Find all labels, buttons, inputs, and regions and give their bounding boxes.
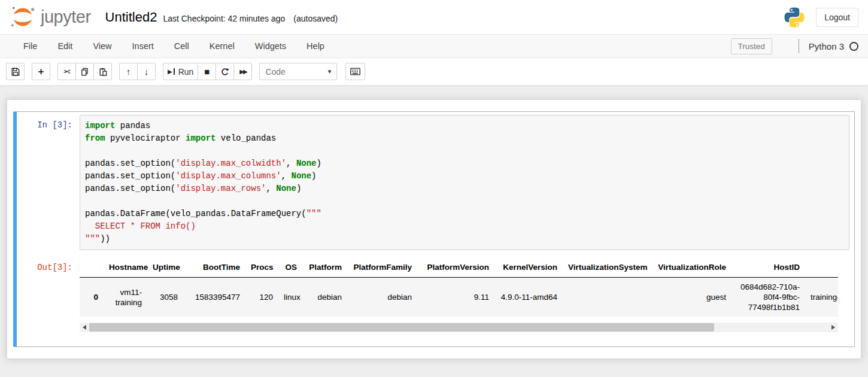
restart-run-all-button[interactable]: ▶▶ [233,63,252,80]
python-logo-icon [784,7,805,28]
table-cell: debian [302,278,347,317]
menu-item-cell[interactable]: Cell [164,35,199,57]
code-line: pandas.set_option('display.max_colwidth'… [85,157,844,170]
paste-button[interactable] [93,63,112,80]
menu-item-file[interactable]: File [13,35,47,57]
menu-item-insert[interactable]: Insert [122,35,164,57]
copy-button[interactable] [75,63,94,80]
code-editor[interactable]: import pandasfrom pyvelociraptor import … [80,115,849,250]
kernel-idle-icon [849,42,858,51]
logout-button[interactable]: Logout [816,8,858,27]
output-prompt: Out[3]: [20,257,80,332]
menubar-divider [799,39,799,53]
scissors-icon: ✂ [63,67,71,76]
chevron-down-icon: ▾ [328,68,332,75]
notebook-header: jupyter Untitled2 Last Checkpoint: 42 mi… [0,0,868,34]
table-cell: linux [278,278,302,317]
stop-icon: ■ [204,67,210,76]
jupyter-logo-text: jupyter [41,7,91,27]
table-column-header: Uptime [147,257,183,278]
restart-kernel-button[interactable] [216,63,234,80]
checkpoint-text: Last Checkpoint: 42 minutes ago [163,14,285,23]
table-column-header: KernelVersion [494,257,563,278]
interrupt-kernel-button[interactable]: ■ [198,63,216,80]
menu-list: FileEditViewInsertCellKernelWidgetsHelp [13,35,335,57]
table-column-header [805,257,838,278]
table-column-header: Hostname [104,257,147,278]
step-forward-icon: ▶ [168,68,172,75]
run-button[interactable]: ▶ Run [163,63,198,80]
cell-type-dropdown[interactable]: Code ▾ [259,63,337,80]
save-icon [11,68,20,76]
table-cell: 0684d682-710a-80f4-9fbc-77498f1b1b81 [732,278,805,317]
table-cell: debian [347,278,417,317]
table-column-header: HostID [732,257,805,278]
scroll-left-icon [83,325,86,330]
table-column-header: Platform [302,257,347,278]
table-cell: guest [652,278,732,317]
code-line: pandas.DataFrame(velo_pandas.DataFrameQu… [85,208,844,220]
insert-cell-button[interactable]: + [32,63,50,80]
scroll-right-icon [831,325,835,330]
menu-item-kernel[interactable]: Kernel [199,35,245,57]
cut-button[interactable]: ✂ [57,63,76,80]
command-palette-button[interactable] [345,63,365,80]
input-prompt: In [3]: [20,115,80,250]
table-column-header: BootTime [183,257,245,278]
move-cell-up-button[interactable]: ↑ [119,63,138,80]
menu-item-edit[interactable]: Edit [47,35,83,57]
output-area: HostnameUptimeBootTimeProcsOSPlatformPla… [80,257,838,332]
table-column-header: Procs [245,257,278,278]
code-line: from pyvelociraptor import velo_pandas [85,132,844,145]
menu-item-help[interactable]: Help [296,35,335,57]
menu-item-view[interactable]: View [83,35,122,57]
move-cell-down-button[interactable]: ↓ [137,63,156,80]
toolbar: + ✂ ↑ ↓ ▶ Run [0,58,868,86]
code-line: pandas.set_option('display.max_rows', No… [85,183,844,195]
table-cell: 120 [245,278,278,317]
table-cell: 9.11 [417,278,494,317]
table-index-header [80,257,104,278]
scrollbar-thumb[interactable] [89,323,714,332]
jupyter-logo[interactable]: jupyter [10,6,91,29]
notebook-container: In [3]: import pandasfrom pyvelociraptor… [7,99,861,359]
table-cell: training-velociraptor [805,278,838,317]
table-header-row: HostnameUptimeBootTimeProcsOSPlatformPla… [80,257,838,278]
arrow-down-icon: ↓ [144,67,149,76]
arrow-up-icon: ↑ [126,67,131,76]
table-cell: 3058 [147,278,183,317]
fast-forward-icon: ▶▶ [239,69,246,75]
dataframe-table: HostnameUptimeBootTimeProcsOSPlatformPla… [80,257,838,317]
code-line [85,195,844,208]
table-row-index: 0 [80,278,104,317]
table-column-header: VirtualizationSystem [563,257,652,278]
output-horizontal-scrollbar[interactable] [80,323,838,332]
menu-bar: FileEditViewInsertCellKernelWidgetsHelp … [0,34,868,58]
save-button[interactable] [6,63,25,80]
table-cell: 1583395477 [183,278,245,317]
scrollbar-track[interactable] [89,323,828,332]
table-row: 0vm11-training30581583395477120linuxdebi… [80,278,838,317]
table-cell [563,278,652,317]
table-column-header: PlatformVersion [417,257,494,278]
autosaved-text: (autosaved) [293,14,338,23]
selected-code-cell[interactable]: In [3]: import pandasfrom pyvelociraptor… [13,111,855,347]
plus-icon: + [38,66,44,77]
paste-icon [99,68,107,76]
copy-icon [81,68,89,76]
table-cell: vm11-training [104,278,147,317]
notebook-title[interactable]: Untitled2 [105,10,157,25]
cell-input-row: In [3]: import pandasfrom pyvelociraptor… [20,115,851,250]
code-line [85,145,844,157]
code-line: pandas.set_option('display.max_columns',… [85,170,844,183]
trusted-badge[interactable]: Trusted [731,38,772,54]
code-line: import pandas [85,120,844,132]
code-line: SELECT * FROM info() [85,220,844,233]
table-column-header: PlatformFamily [347,257,417,278]
menu-item-widgets[interactable]: Widgets [245,35,296,57]
table-column-header: OS [278,257,302,278]
code-line: """)) [85,233,844,245]
scroll-right-button[interactable] [828,323,838,332]
table-cell: 4.9.0-11-amd64 [494,278,563,317]
scroll-left-button[interactable] [80,323,89,332]
